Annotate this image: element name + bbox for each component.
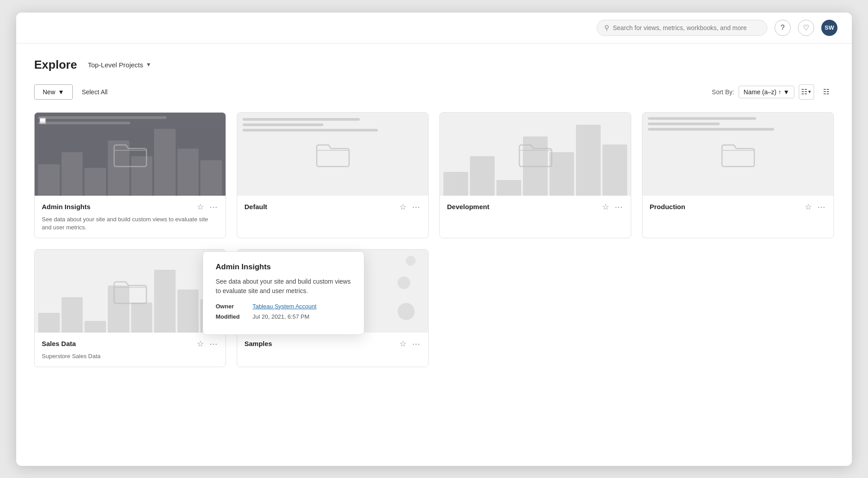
sort-select[interactable]: Name (a–z) ↑ ▼ <box>739 86 794 98</box>
folder-icon <box>720 140 756 168</box>
card-title-row: Production ☆ ⋯ <box>650 202 826 212</box>
breadcrumb-label: Top-Level Projects <box>88 61 143 69</box>
star-button[interactable]: ☆ <box>196 202 205 212</box>
card-thumbnail-development <box>440 113 631 196</box>
card-actions: ☆ ⋯ <box>196 202 218 212</box>
star-button[interactable]: ☆ <box>196 339 205 349</box>
filter-icon: ☷ <box>823 88 829 96</box>
main-content: Explore Top-Level Projects ▼ New ▼ Selec… <box>16 44 852 382</box>
notifications-button[interactable]: ♡ <box>798 20 814 36</box>
star-button[interactable]: ☆ <box>601 202 610 212</box>
search-icon: ⚲ <box>604 24 609 32</box>
page-title-row: Explore Top-Level Projects ▼ <box>34 58 834 72</box>
app-window: ⚲ ? ♡ SW Explore Top-Level Projects ▼ Ne… <box>16 13 852 466</box>
card-development[interactable]: Development ☆ ⋯ <box>439 112 631 238</box>
sort-option-label: Name (a–z) ↑ <box>744 88 781 96</box>
chevron-down-icon: ▼ <box>783 88 789 96</box>
card-actions: ☆ ⋯ <box>399 339 421 349</box>
more-button[interactable]: ⋯ <box>411 339 421 349</box>
tooltip-title: Admin Insights <box>216 263 351 272</box>
card-actions: ☆ ⋯ <box>804 202 826 212</box>
card-title-row: Samples ☆ ⋯ <box>244 339 421 349</box>
card-sales-data[interactable]: Sales Data ☆ ⋯ Superstore Sales Data <box>34 249 226 367</box>
card-title: Admin Insights <box>42 203 90 210</box>
tooltip-owner-link[interactable]: Tableau System Account <box>252 303 316 310</box>
folder-icon <box>315 140 351 168</box>
more-button[interactable]: ⋯ <box>614 202 624 212</box>
page-title: Explore <box>34 58 77 72</box>
tooltip-description: See data about your site and build custo… <box>216 277 351 296</box>
card-title-row: Sales Data ☆ ⋯ <box>42 339 218 349</box>
card-title-row: Development ☆ ⋯ <box>447 202 624 212</box>
search-input[interactable] <box>613 24 760 31</box>
card-description: See data about your site and build custo… <box>42 215 218 232</box>
grid-icon: ☷ <box>801 88 807 96</box>
folder-icon <box>112 140 148 168</box>
card-thumbnail-production <box>642 113 833 196</box>
star-button[interactable]: ☆ <box>399 202 407 212</box>
filter-button[interactable]: ☷ <box>819 84 834 100</box>
more-button[interactable]: ⋯ <box>411 202 421 212</box>
tooltip-popup: Admin Insights See data about your site … <box>203 251 364 335</box>
card-thumbnail-admin-insights <box>35 113 226 196</box>
star-button[interactable]: ☆ <box>399 339 407 349</box>
sort-controls: Sort By: Name (a–z) ↑ ▼ ☷ ▼ ☷ <box>712 84 834 100</box>
card-title-row: Admin Insights ☆ ⋯ <box>42 202 218 212</box>
card-title: Production <box>650 203 685 210</box>
chevron-down-icon: ▼ <box>807 89 812 94</box>
folder-icon <box>112 276 148 305</box>
card-title-row: Default ☆ ⋯ <box>244 202 421 212</box>
help-button[interactable]: ? <box>775 20 791 36</box>
star-button[interactable]: ☆ <box>804 202 813 212</box>
card-thumbnail-default <box>237 113 428 196</box>
card-thumbnail-sales-data <box>35 250 226 333</box>
user-avatar-button[interactable]: SW <box>821 20 837 36</box>
tooltip-modified-row: Modified Jul 20, 2021, 6:57 PM <box>216 313 351 320</box>
more-button[interactable]: ⋯ <box>816 202 826 212</box>
tooltip-owner-row: Owner Tableau System Account <box>216 303 351 310</box>
card-body-development: Development ☆ ⋯ <box>440 196 631 218</box>
select-all-button[interactable]: Select All <box>82 88 108 96</box>
header: ⚲ ? ♡ SW <box>16 13 852 44</box>
grid-view-button[interactable]: ☷ ▼ <box>799 84 814 100</box>
card-production[interactable]: Production ☆ ⋯ <box>642 112 834 238</box>
card-body-sales-data: Sales Data ☆ ⋯ Superstore Sales Data <box>35 333 226 367</box>
new-button-label: New <box>43 88 55 96</box>
card-body-admin-insights: Admin Insights ☆ ⋯ See data about your s… <box>35 196 226 238</box>
card-description: Superstore Sales Data <box>42 352 218 360</box>
folder-icon <box>518 140 554 168</box>
sort-by-label: Sort By: <box>712 88 734 96</box>
tooltip-modified-label: Modified <box>216 313 247 320</box>
search-bar[interactable]: ⚲ <box>597 20 767 36</box>
chevron-down-icon: ▼ <box>58 88 64 96</box>
more-button[interactable]: ⋯ <box>208 339 218 349</box>
toolbar: New ▼ Select All Sort By: Name (a–z) ↑ ▼… <box>34 84 834 100</box>
card-actions: ☆ ⋯ <box>399 202 421 212</box>
card-actions: ☆ ⋯ <box>196 339 218 349</box>
card-body-samples: Samples ☆ ⋯ <box>237 333 428 355</box>
cards-grid: Admin Insights ☆ ⋯ See data about your s… <box>34 112 834 368</box>
card-default[interactable]: Default ☆ ⋯ <box>237 112 429 238</box>
card-body-default: Default ☆ ⋯ <box>237 196 428 218</box>
breadcrumb-dropdown[interactable]: Top-Level Projects ▼ <box>84 59 155 70</box>
tooltip-owner-label: Owner <box>216 303 247 310</box>
card-title: Sales Data <box>42 340 76 347</box>
card-actions: ☆ ⋯ <box>601 202 624 212</box>
card-title: Development <box>447 203 489 210</box>
card-admin-insights[interactable]: Admin Insights ☆ ⋯ See data about your s… <box>34 112 226 238</box>
card-body-production: Production ☆ ⋯ <box>642 196 833 218</box>
more-button[interactable]: ⋯ <box>208 202 218 212</box>
new-button[interactable]: New ▼ <box>34 84 73 100</box>
card-title: Default <box>244 203 267 210</box>
card-title: Samples <box>244 340 272 347</box>
tooltip-modified-value: Jul 20, 2021, 6:57 PM <box>252 313 309 320</box>
chevron-down-icon: ▼ <box>146 61 151 68</box>
